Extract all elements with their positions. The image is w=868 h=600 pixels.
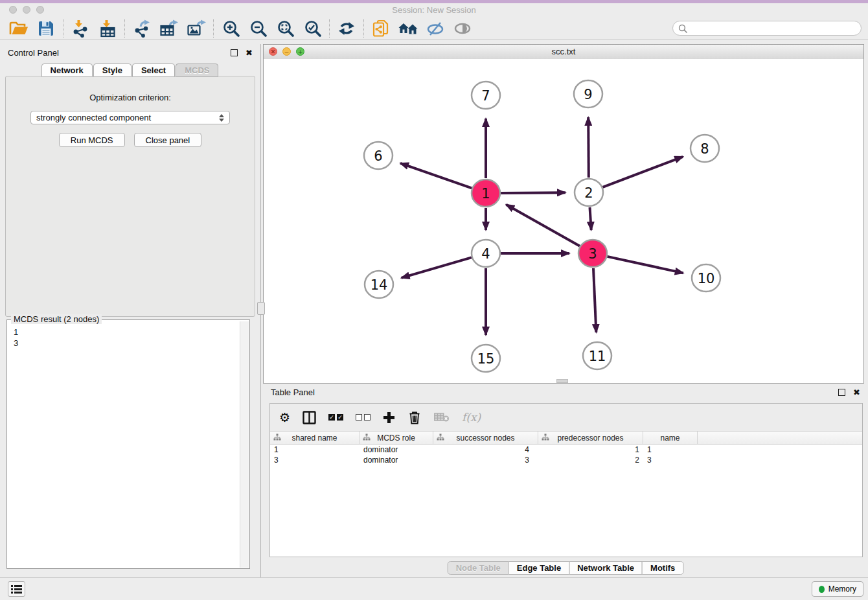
network-graph[interactable]: 1234678910111415	[264, 59, 863, 384]
unchecked-box-icon	[356, 414, 362, 421]
node-7[interactable]: 7	[472, 82, 500, 109]
svg-text:7: 7	[481, 88, 490, 104]
edge-3-1[interactable]	[506, 205, 580, 246]
column-header-MCDS-role[interactable]: MCDS role	[360, 432, 433, 444]
column-header-predecessor-nodes[interactable]: predecessor nodes	[538, 432, 643, 444]
node-8[interactable]: 8	[691, 135, 719, 162]
zoom-out-icon	[249, 19, 267, 37]
import-table-button[interactable]	[94, 18, 121, 39]
run-mcds-button[interactable]: Run MCDS	[59, 133, 125, 147]
close-panel-icon[interactable]: ✖	[853, 387, 860, 397]
zoom-out-button[interactable]	[244, 18, 271, 39]
result-line: 1	[14, 327, 249, 338]
node-9[interactable]: 9	[574, 80, 602, 108]
show-all-button[interactable]	[449, 18, 476, 39]
node-2[interactable]: 2	[575, 179, 603, 206]
edge-2-9[interactable]	[588, 117, 589, 178]
table-cell: dominator	[360, 456, 433, 465]
node-14[interactable]: 14	[365, 271, 393, 298]
node-10[interactable]: 10	[692, 264, 720, 292]
tab-edge-table[interactable]: Edge Table	[508, 561, 569, 575]
save-session-button[interactable]	[32, 18, 60, 39]
table-settings-button[interactable]: ⚙	[279, 410, 290, 424]
export-network-icon	[133, 19, 151, 38]
gear-icon: ⚙	[279, 410, 290, 424]
split-panel-button[interactable]	[303, 411, 316, 424]
table-panel-header: Table Panel ✖	[263, 384, 868, 400]
tab-select[interactable]: Select	[132, 63, 175, 77]
import-network-icon	[71, 19, 89, 38]
add-column-button[interactable]	[383, 411, 395, 424]
delete-column-button[interactable]	[407, 410, 422, 424]
memory-button[interactable]: Memory	[812, 581, 863, 597]
application-window: Session: New Session	[0, 0, 868, 600]
network-canvas[interactable]: 1234678910111415	[264, 59, 863, 383]
clear-table-button[interactable]	[434, 412, 450, 422]
open-session-button[interactable]	[5, 18, 32, 39]
zoom-in-icon	[222, 19, 240, 37]
export-image-button[interactable]	[183, 18, 210, 39]
task-history-button[interactable]	[8, 581, 25, 597]
duplicate-network-icon	[372, 19, 390, 38]
node-3[interactable]: 3	[578, 240, 607, 267]
panel-splitter-handle[interactable]	[257, 302, 265, 315]
tab-mcds[interactable]: MCDS	[176, 63, 218, 77]
export-table-button[interactable]	[155, 18, 183, 39]
edge-3-10[interactable]	[608, 257, 683, 273]
edge-1-6[interactable]	[400, 163, 472, 189]
apply-layout-button[interactable]	[333, 18, 360, 39]
close-panel-button[interactable]: Close panel	[134, 133, 202, 147]
node-1[interactable]: 1	[472, 179, 500, 207]
node-4[interactable]: 4	[472, 240, 500, 267]
close-panel-icon[interactable]: ✖	[246, 48, 253, 58]
zoom-selected-button[interactable]	[299, 18, 326, 39]
tab-network[interactable]: Network	[41, 63, 93, 77]
tab-motifs[interactable]: Motifs	[642, 561, 683, 575]
edge-4-14[interactable]	[402, 257, 472, 278]
mcds-result-group: MCDS result (2 nodes) 13	[6, 319, 250, 569]
column-header-successor-nodes[interactable]: successor nodes	[433, 432, 538, 444]
table-cell: 1	[538, 445, 643, 454]
table-row[interactable]: 3dominator323	[270, 455, 862, 465]
duplicate-network-button[interactable]	[367, 18, 394, 39]
tab-style[interactable]: Style	[93, 63, 131, 77]
column-type-icon	[273, 433, 281, 441]
export-network-button[interactable]	[128, 18, 155, 39]
tab-network-table[interactable]: Network Table	[569, 561, 643, 575]
network-window-titlebar[interactable]: ✕ − + scc.txt	[264, 45, 863, 60]
column-header-shared-name[interactable]: shared name	[270, 432, 360, 444]
function-builder-button[interactable]: f(x)	[462, 411, 481, 424]
select-all-button[interactable]: ✓✓	[328, 414, 343, 421]
control-panel-title: Control Panel	[8, 48, 59, 58]
tab-node-table[interactable]: Node Table	[448, 561, 509, 575]
edge-2-8[interactable]	[603, 157, 683, 187]
edge-1-2[interactable]	[501, 192, 565, 193]
column-type-icon	[437, 433, 444, 441]
result-scrollbar[interactable]	[240, 321, 249, 568]
eye-slash-icon	[426, 20, 444, 37]
canvas-scroll-hint[interactable]	[556, 379, 568, 383]
float-panel-icon[interactable]	[838, 389, 845, 396]
import-network-button[interactable]	[67, 18, 94, 39]
table-row[interactable]: 1dominator411	[270, 444, 862, 455]
node-6[interactable]: 6	[364, 142, 393, 169]
search-input[interactable]	[691, 23, 861, 34]
zoom-in-button[interactable]	[217, 18, 244, 39]
first-neighbors-button[interactable]	[394, 18, 422, 39]
edge-2-3[interactable]	[590, 207, 591, 230]
node-11[interactable]: 11	[583, 342, 611, 369]
edge-3-11[interactable]	[593, 268, 596, 332]
zoom-fit-button[interactable]	[271, 18, 299, 39]
criterion-dropdown[interactable]: strongly connected component	[30, 111, 230, 124]
table-cell: 3	[270, 456, 360, 465]
hide-selected-button[interactable]	[422, 18, 449, 39]
window-title: Session: New Session	[0, 5, 868, 15]
table-cell: 4	[433, 445, 538, 454]
float-panel-icon[interactable]	[231, 49, 238, 56]
deselect-all-button[interactable]	[356, 414, 371, 421]
column-header-name[interactable]: name	[643, 432, 698, 444]
node-15[interactable]: 15	[472, 345, 500, 372]
zoom-fit-icon	[277, 19, 294, 37]
network-view-window: ✕ − + scc.txt 1234678910111415	[263, 44, 864, 384]
window-accent-strip	[0, 0, 868, 3]
